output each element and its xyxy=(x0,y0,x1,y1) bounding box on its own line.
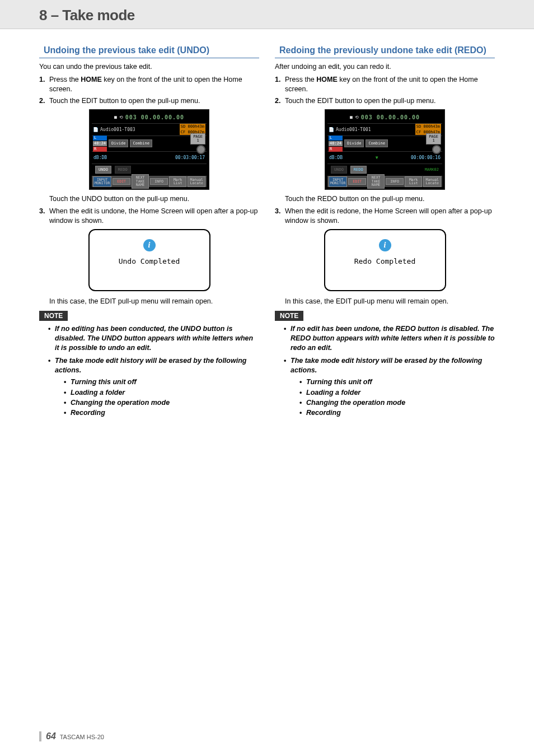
redo-button: REDO xyxy=(115,166,131,174)
info-button[interactable]: INFO xyxy=(386,178,404,185)
redo-steps-cont: 3 When the edit is redone, the Home Scre… xyxy=(275,207,495,226)
text: The take mode edit history will be erase… xyxy=(55,357,246,374)
mark-list-button[interactable]: Mark List xyxy=(169,176,187,187)
sd-badge: SD 000h43m xyxy=(180,124,205,129)
next-take-name-button[interactable]: NEXT TAKE NAME xyxy=(367,174,385,189)
timecode: 003 00.00.00.00 xyxy=(125,114,184,120)
chapter-header: 8 – Take mode xyxy=(0,0,534,29)
r-label: R xyxy=(329,147,343,152)
screen-bottom-bar: INPUT MONITOR EDIT NEXT TAKE NAME INFO M… xyxy=(92,176,207,187)
combine-button[interactable]: Combine xyxy=(130,139,152,147)
undo-step-3: 3 When the edit is undone, the Home Scre… xyxy=(39,207,259,226)
main-content: Undoing the previous take edit (UNDO) Yo… xyxy=(0,45,534,421)
sub-item: Loading a folder xyxy=(65,388,259,398)
screen-button-row: L 48:24 R Divide Combine PAGE 1 xyxy=(92,136,207,151)
undo-after-popup: In this case, the EDIT pull-up menu will… xyxy=(49,297,259,306)
screen-undo-row: UNDO REDO xyxy=(92,164,207,176)
redo-device-figure: ■⟲ 003 00.00.00.00 📄 Audio001-T001 SD 00… xyxy=(275,109,495,190)
jog-knob-icon[interactable] xyxy=(196,145,205,154)
page-indicator: PAGE 1 xyxy=(190,133,205,144)
undo-note-list: If no editing has been conducted, the UN… xyxy=(49,324,259,418)
redo-step-3: 3 When the edit is redone, the Home Scre… xyxy=(275,207,495,226)
text: Press the xyxy=(49,76,81,83)
input-monitor-button[interactable]: INPUT MONITOR xyxy=(93,176,111,187)
step-text: Touch the EDIT button to open the pull-u… xyxy=(49,96,259,106)
next-take-name-button[interactable]: NEXT TAKE NAME xyxy=(132,174,149,189)
l-label: L xyxy=(93,136,107,141)
redo-note-list: If no edit has been undone, the REDO but… xyxy=(285,324,495,418)
step-text: When the edit is redone, the Home Screen… xyxy=(285,207,495,226)
sub-item: Recording xyxy=(301,408,495,418)
undo-button: UNDO xyxy=(331,166,347,174)
redo-after-popup: In this case, the EDIT pull-up menu will… xyxy=(285,297,495,306)
step-number: 3 xyxy=(275,207,285,226)
undo-device-figure: ■⟲ 003 00.00.00.00 📄 Audio001-T003 SD 00… xyxy=(39,109,259,190)
sub-item: Changing the operation mode xyxy=(65,398,259,408)
r-label: R xyxy=(93,147,107,152)
device-screen: ■⟲ 003 00.00.00.00 📄 Audio001-T001 SD 00… xyxy=(325,109,445,190)
edit-button[interactable]: EDIT xyxy=(348,178,366,185)
timecode: 003 00.00.00.00 xyxy=(361,114,420,120)
screen-button-row: L 48:24 R Divide Combine PAGE 1 xyxy=(327,136,442,151)
page-footer: 64 TASCAM HS-20 xyxy=(39,731,104,741)
info-icon: i xyxy=(143,239,156,251)
step-text: Press the HOME key on the front of the u… xyxy=(49,75,259,94)
divide-button[interactable]: Divide xyxy=(344,139,364,147)
sub-item: Turning this unit off xyxy=(65,377,259,387)
page-number: 64 xyxy=(46,731,56,741)
redo-steps: 1 Press the HOME key on the front of the… xyxy=(275,75,495,106)
info-button[interactable]: INFO xyxy=(150,178,168,185)
screen-undo-row: UNDO REDO MARK02 xyxy=(327,164,442,176)
gain-label: 48:24 xyxy=(93,141,107,146)
undo-after-fig: Touch the UNDO button on the pull-up men… xyxy=(49,194,259,204)
step-number: 1 xyxy=(275,75,285,94)
info-icon: i xyxy=(379,239,391,251)
undo-step-1: 1 Press the HOME key on the front of the… xyxy=(39,75,259,94)
manual-locate-button[interactable]: Manual Locate xyxy=(423,176,441,187)
chapter-title: 8 – Take mode xyxy=(39,7,495,24)
position-timecode: 00:03:00:17 xyxy=(175,155,205,160)
text: Press the xyxy=(285,76,316,83)
home-key-label: HOME xyxy=(316,76,338,83)
text: The take mode edit history will be erase… xyxy=(291,357,482,374)
screen-timecode-row: ■⟲ 003 00.00.00.00 xyxy=(92,112,207,123)
redo-note-sublist: Turning this unit off Loading a folder C… xyxy=(301,377,495,418)
step-number: 1 xyxy=(39,75,49,94)
redo-after-fig: Touch the REDO button on the pull-up men… xyxy=(285,194,495,204)
mark-list-button[interactable]: Mark List xyxy=(405,176,423,187)
note-item: The take mode edit history will be erase… xyxy=(49,356,259,418)
popup-dialog: i Undo Completed xyxy=(88,229,210,291)
page-indicator: PAGE 1 xyxy=(426,133,441,144)
redo-button[interactable]: REDO xyxy=(350,166,367,174)
undo-step-2: 2 Touch the EDIT button to open the pull… xyxy=(39,96,259,106)
file-name: Audio001-T003 xyxy=(100,127,135,132)
popup-dialog: i Redo Completed xyxy=(324,229,446,291)
manual-locate-button[interactable]: Manual Locate xyxy=(188,176,205,187)
input-monitor-button[interactable]: INPUT MONITOR xyxy=(329,176,347,187)
undo-button[interactable]: UNDO xyxy=(95,166,111,174)
undo-note-sublist: Turning this unit off Loading a folder C… xyxy=(65,377,259,418)
sd-badge: SD 000h43m xyxy=(415,124,441,129)
note-item: If no editing has been conducted, the UN… xyxy=(49,324,259,353)
undo-intro: You can undo the previous take edit. xyxy=(39,62,259,72)
popup-message: Redo Completed xyxy=(331,257,439,265)
home-key-label: HOME xyxy=(81,76,102,83)
jog-knob-icon[interactable] xyxy=(432,145,441,154)
combine-button[interactable]: Combine xyxy=(366,139,388,147)
edit-button[interactable]: EDIT xyxy=(113,178,130,185)
redo-step-1: 1 Press the HOME key on the front of the… xyxy=(275,75,495,94)
mark-label: MARK02 xyxy=(425,167,439,172)
screen-bottom-bar: INPUT MONITOR EDIT NEXT TAKE NAME INFO M… xyxy=(327,176,442,187)
undo-steps-cont: 3 When the edit is undone, the Home Scre… xyxy=(39,207,259,226)
note-badge: NOTE xyxy=(39,311,68,321)
step-text: When the edit is undone, the Home Screen… xyxy=(49,207,259,226)
screen-timeline-row: dB:DB ▼ 00:00:00:16 xyxy=(327,151,442,164)
file-name: Audio001-T001 xyxy=(336,127,371,132)
sub-item: Changing the operation mode xyxy=(301,398,495,408)
divide-button[interactable]: Divide xyxy=(109,139,128,147)
screen-timecode-row: ■⟲ 003 00.00.00.00 xyxy=(327,112,442,123)
redo-heading: Redoing the previously undone take edit … xyxy=(275,45,495,58)
db-label: dB:DB xyxy=(329,155,343,160)
device-screen: ■⟲ 003 00.00.00.00 📄 Audio001-T003 SD 00… xyxy=(89,109,209,190)
step-text: Touch the EDIT button to open the pull-u… xyxy=(285,96,495,106)
